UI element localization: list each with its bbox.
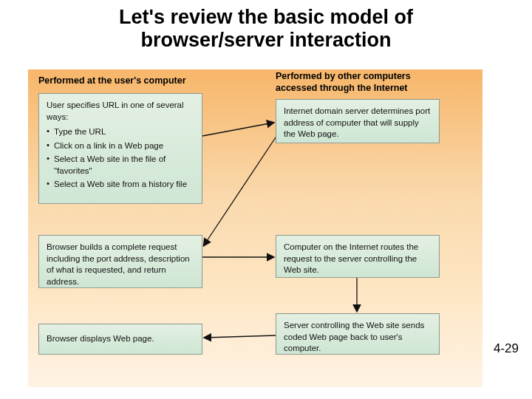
box1-lead: User specifies URL in one of several way… [47,100,194,123]
list-item: Select a Web site in the file of "favori… [47,154,194,177]
slide-title: Let's review the basic model of browser/… [0,0,532,56]
arrow-5 [205,335,276,338]
right-header-line1: Performed by other computers [276,71,411,81]
box-browser-builds-request: Browser builds a complete request includ… [38,235,202,288]
right-column-header: Performed by other computers accessed th… [276,71,411,94]
list-item: Type the URL [47,126,194,138]
arrow-2 [204,137,276,245]
list-item: Click on a link in a Web page [47,140,194,152]
diagram-canvas: Performed at the user's computer Perform… [28,69,482,387]
box-user-specifies-url: User specifies URL in one of several way… [38,93,202,204]
box-router: Computer on the Internet routes the requ… [276,235,440,278]
box-browser-displays-page: Browser displays Web page. [38,324,202,355]
list-item: Select a Web site from a history file [47,179,194,191]
box-server-sends-page: Server controlling the Web site sends co… [276,313,440,355]
title-line1: Let's review the basic model of [119,6,413,28]
right-header-line2: accessed through the Internet [276,83,408,93]
left-column-header: Performed at the user's computer [38,75,186,87]
title-line2: browser/server interaction [140,29,391,51]
box1-list: Type the URL Click on a link in a Web pa… [47,126,194,191]
box-domain-server: Internet domain server determines port a… [276,99,440,143]
arrow-1 [202,123,273,136]
page-number: 4-29 [494,341,519,356]
